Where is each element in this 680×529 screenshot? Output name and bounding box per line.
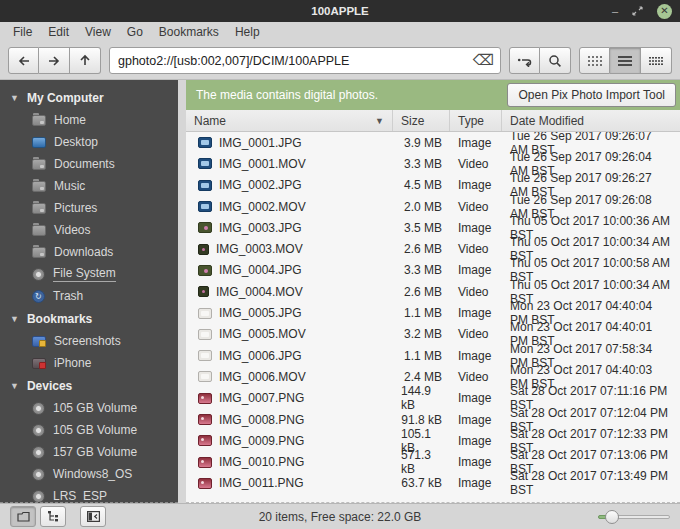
video-blue-file-icon: [198, 137, 212, 148]
thumb-red-file-icon: [198, 478, 212, 489]
file-name: IMG_0010.PNG: [219, 455, 304, 469]
section-expander-icon[interactable]: ▼: [10, 314, 19, 324]
cell-size: 2.0 MB: [393, 200, 450, 214]
cell-name: IMG_0001.JPG: [186, 136, 393, 150]
file-name: IMG_0007.PNG: [219, 391, 304, 405]
sidebar-section-bookmarks[interactable]: ▼Bookmarks: [0, 307, 178, 330]
sidebar-item-105-gb-volume[interactable]: 105 GB Volume: [0, 397, 178, 419]
menu-item-edit[interactable]: Edit: [41, 23, 76, 41]
folder-iphone-icon: [32, 358, 46, 369]
sidebar-item-downloads[interactable]: Downloads: [0, 241, 178, 263]
cell-name: IMG_0007.PNG: [186, 391, 393, 405]
toggle-location-entry-button[interactable]: [509, 47, 540, 74]
cell-size: 2.6 MB: [393, 285, 450, 299]
compact-view-button[interactable]: [641, 47, 672, 74]
sidebar-item-documents[interactable]: Documents: [0, 153, 178, 175]
menu-item-help[interactable]: Help: [228, 23, 267, 41]
list-view-button[interactable]: [610, 47, 641, 74]
sidebar-item-105-gb-volume[interactable]: 105 GB Volume: [0, 419, 178, 441]
sidebar-item-157-gb-volume[interactable]: 157 GB Volume: [0, 441, 178, 463]
thumb-red-file-icon: [198, 414, 212, 425]
sidebar-item-file-system[interactable]: File System: [0, 263, 178, 285]
pane-splitter[interactable]: [178, 80, 186, 503]
file-manager-window: 100APPLE – ✕ FileEditViewGoBookmarksHelp: [0, 0, 680, 529]
thumb-gray-file-icon: [198, 308, 212, 319]
sidebar-item-desktop[interactable]: Desktop: [0, 131, 178, 153]
back-button[interactable]: [8, 47, 39, 74]
forward-button[interactable]: [39, 47, 70, 74]
sidebar-item-home[interactable]: Home: [0, 109, 178, 131]
zoom-slider[interactable]: [598, 510, 670, 524]
clear-entry-icon[interactable]: ⌫: [473, 52, 494, 67]
restore-icon[interactable]: [632, 6, 643, 16]
cell-size: 3.3 MB: [393, 157, 450, 171]
table-header: Name ▼ Size Type Date Modified: [186, 110, 680, 132]
cell-type: Video: [450, 157, 502, 171]
thumb-gray-file-icon: [198, 329, 212, 340]
zoom-slider-handle[interactable]: [605, 510, 619, 524]
cell-type: Video: [450, 327, 502, 341]
sidebar-section-my-computer[interactable]: ▼My Computer: [0, 86, 178, 109]
file-name: IMG_0005.JPG: [219, 306, 302, 320]
section-expander-icon[interactable]: ▼: [10, 93, 19, 103]
menu-item-bookmarks[interactable]: Bookmarks: [152, 23, 226, 41]
sidebar-item-pictures[interactable]: Pictures: [0, 197, 178, 219]
column-header-type[interactable]: Type: [450, 110, 502, 131]
desktop-icon: [32, 137, 46, 148]
sidebar-item-label: 105 GB Volume: [53, 401, 137, 415]
cell-name: IMG_0003.JPG: [186, 221, 393, 235]
cell-name: IMG_0006.MOV: [186, 370, 393, 384]
folder-home-icon: [32, 115, 46, 126]
nav-button-group: [8, 47, 101, 74]
file-name: IMG_0011.PNG: [219, 476, 303, 490]
view-toggle-group: [579, 47, 672, 74]
sidebar-item-lrs-esp[interactable]: LRS_ESP: [0, 485, 178, 503]
close-icon[interactable]: ✕: [657, 4, 672, 19]
cell-name: IMG_0009.PNG: [186, 434, 393, 448]
sidebar-item-videos[interactable]: Videos: [0, 219, 178, 241]
window-title: 100APPLE: [0, 5, 680, 17]
sidebar-section-devices[interactable]: ▼Devices: [0, 374, 178, 397]
disk-icon: [32, 424, 45, 437]
sidebar-item-trash[interactable]: Trash: [0, 285, 178, 307]
file-name: IMG_0002.MOV: [219, 200, 306, 214]
cell-size: 2.6 MB: [393, 242, 450, 256]
section-expander-icon[interactable]: ▼: [10, 381, 19, 391]
section-label: My Computer: [27, 91, 104, 105]
cell-size: 63.7 kB: [393, 476, 450, 490]
menu-item-go[interactable]: Go: [120, 23, 150, 41]
folder-downloads-icon: [32, 247, 46, 258]
icon-view-button[interactable]: [579, 47, 610, 74]
sidebar-item-iphone[interactable]: iPhone: [0, 352, 178, 374]
trash-icon: [32, 290, 45, 303]
cell-name: IMG_0002.JPG: [186, 178, 393, 192]
path-input[interactable]: [109, 47, 501, 74]
titlebar: 100APPLE – ✕: [0, 0, 680, 22]
up-button[interactable]: [70, 47, 101, 74]
cell-type: Image: [450, 263, 502, 277]
sidebar-item-windows8-os[interactable]: Windows8_OS: [0, 463, 178, 485]
column-header-name[interactable]: Name ▼: [186, 110, 393, 131]
cell-name: IMG_0005.JPG: [186, 306, 393, 320]
search-button[interactable]: [540, 47, 571, 74]
sidebar-item-label: Documents: [54, 157, 115, 171]
main-area: ▼My ComputerHomeDesktopDocumentsMusicPic…: [0, 80, 680, 503]
sidebar-item-screenshots[interactable]: Screenshots: [0, 330, 178, 352]
file-name: IMG_0004.MOV: [216, 285, 303, 299]
video-blue-file-icon: [198, 180, 212, 191]
column-header-date-modified[interactable]: Date Modified: [502, 110, 680, 131]
sidebar-item-label: LRS_ESP: [53, 489, 107, 503]
menu-item-file[interactable]: File: [6, 23, 39, 41]
table-row[interactable]: IMG_0011.PNG63.7 kBImageSat 28 Oct 2017 …: [186, 473, 680, 494]
statusbar: 20 items, Free space: 22.0 GB: [0, 503, 680, 529]
cell-size: 571.3 kB: [393, 448, 450, 476]
file-name: IMG_0006.MOV: [219, 370, 306, 384]
column-header-size[interactable]: Size: [393, 110, 450, 131]
sidebar-item-music[interactable]: Music: [0, 175, 178, 197]
open-import-tool-button[interactable]: Open Pix Photo Import Tool: [507, 83, 676, 107]
thumb-green-file-icon: [198, 265, 212, 276]
minimize-icon[interactable]: –: [612, 6, 618, 17]
file-name: IMG_0001.MOV: [219, 157, 306, 171]
cell-type: Image: [450, 349, 502, 363]
menu-item-view[interactable]: View: [78, 23, 118, 41]
